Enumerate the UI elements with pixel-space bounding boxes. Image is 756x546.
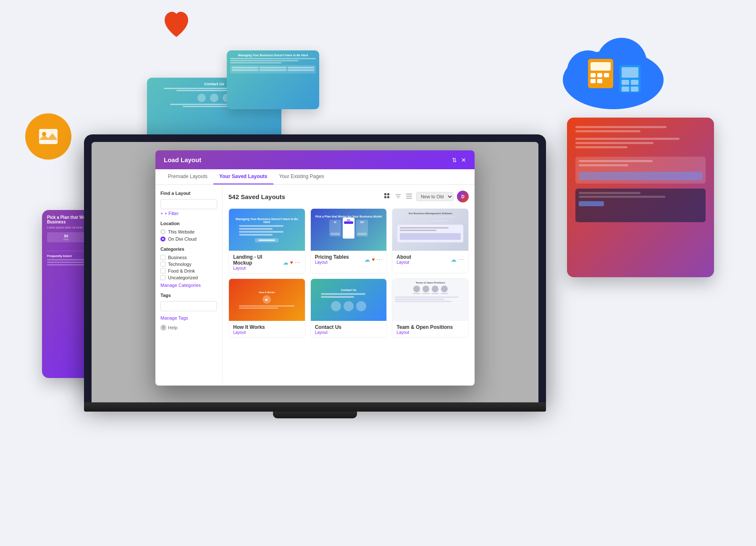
grid-view-button[interactable] xyxy=(383,192,391,201)
layout-card-info-5: Contact Us Layout xyxy=(311,321,387,337)
location-divi-cloud[interactable]: On Divi Cloud xyxy=(160,236,217,242)
manage-categories-link[interactable]: Manage Categories xyxy=(160,283,217,288)
layout-thumb-5: Contact Us xyxy=(311,279,387,321)
modal-content: 542 Saved Layouts xyxy=(223,185,475,383)
close-icon[interactable]: ✕ xyxy=(461,157,466,163)
layout-type-3: Layout xyxy=(396,260,411,265)
layout-card-4[interactable]: How It Works ▶ xyxy=(228,278,305,338)
layout-card-3[interactable]: Our Business Management Software xyxy=(392,208,469,273)
layout-thumb-2: Pick a Plan that Works for Your Business… xyxy=(311,209,387,251)
svg-rect-17 xyxy=(631,87,638,92)
adjust-icon[interactable]: ⇅ xyxy=(452,157,457,163)
tab-existing[interactable]: Your Existing Pages xyxy=(273,169,330,184)
svg-rect-24 xyxy=(406,194,412,194)
layout-thumb-4: How It Works ▶ xyxy=(229,279,305,321)
more-dots-3[interactable]: ⋯ xyxy=(458,256,464,263)
modal-tabs: Premade Layouts Your Saved Layouts Your … xyxy=(155,169,475,185)
user-avatar: D xyxy=(457,191,469,202)
category-uncategorized[interactable]: Uncategorized xyxy=(160,275,217,280)
checkbox-business xyxy=(160,255,165,260)
tags-label: Tags xyxy=(160,293,217,298)
layouts-grid: Managing Your Business Doesn't Have to B… xyxy=(228,208,469,338)
laptop-screen: Load Layout ⇅ ✕ Premade Layouts Your Sav… xyxy=(92,142,538,402)
layout-name-2: Pricing Tables xyxy=(315,254,349,260)
cloud-widget-decoration xyxy=(554,25,672,118)
cloud-icon-2[interactable]: ☁ xyxy=(364,256,370,263)
svg-rect-5 xyxy=(591,62,611,71)
filter-button[interactable]: + + Filter xyxy=(160,211,217,216)
layout-info-text-5: Contact Us Layout xyxy=(315,324,341,335)
card-actions-1: ☁ ♥ ⋯ xyxy=(283,259,301,266)
layout-name-3: About xyxy=(396,254,411,260)
category-uncategorized-label: Uncategorized xyxy=(168,275,198,280)
laptop-stand xyxy=(273,412,357,418)
search-input[interactable] xyxy=(160,199,217,209)
category-food-drink[interactable]: Food & Drink xyxy=(160,268,217,273)
category-technology-label: Technology xyxy=(168,262,192,267)
layout-thumb-3: Our Business Management Software xyxy=(392,209,468,251)
layout-name-4: How It Works xyxy=(233,324,265,330)
category-business-label: Business xyxy=(168,255,187,260)
heart-decoration xyxy=(160,8,193,42)
layout-card-info-3: About Layout ☁ ⋯ xyxy=(392,251,468,267)
layout-card-1[interactable]: Managing Your Business Doesn't Have to B… xyxy=(228,208,305,273)
sort-select[interactable]: New to Old Old to New A-Z Z-A xyxy=(416,192,454,201)
layout-thumb-1: Managing Your Business Doesn't Have to B… xyxy=(229,209,305,251)
layout-card-5[interactable]: Contact Us xyxy=(310,278,387,338)
layout-info-text-6: Team & Open Positions Layout xyxy=(396,324,453,335)
radio-this-website xyxy=(160,229,165,234)
layout-type-1: Layout xyxy=(233,266,283,270)
layout-name-6: Team & Open Positions xyxy=(396,324,453,330)
svg-rect-11 xyxy=(604,79,609,87)
modal-sidebar: Find a Layout + + Filter Location This W… xyxy=(155,185,223,383)
list-view-button[interactable] xyxy=(405,192,413,201)
tab-premade[interactable]: Premade Layouts xyxy=(162,169,213,184)
help-button[interactable]: ? Help xyxy=(160,325,217,331)
modal-header-icons: ⇅ ✕ xyxy=(452,157,466,163)
svg-rect-14 xyxy=(622,80,629,85)
cloud-icon-3[interactable]: ☁ xyxy=(451,256,457,263)
heart-icon-1[interactable]: ♥ xyxy=(290,260,293,265)
find-layout-label: Find a Layout xyxy=(160,191,217,196)
modal-body: Find a Layout + + Filter Location This W… xyxy=(155,185,475,383)
cloud-icon-1[interactable]: ☁ xyxy=(283,259,289,266)
categories-label: Categories xyxy=(160,247,217,252)
checkbox-food-drink xyxy=(160,268,165,273)
laptop-frame: Load Layout ⇅ ✕ Premade Layouts Your Sav… xyxy=(84,134,546,418)
card-actions-2: ☁ ♥ ⋯ xyxy=(364,256,382,263)
category-technology[interactable]: Technology xyxy=(160,262,217,267)
heart-icon-2[interactable]: ♥ xyxy=(372,257,375,262)
svg-rect-25 xyxy=(406,196,412,197)
svg-rect-13 xyxy=(622,67,638,78)
tab-saved[interactable]: Your Saved Layouts xyxy=(213,169,273,184)
layout-info-text-1: Landing - UI Mockup Layout xyxy=(233,254,283,270)
more-dots-1[interactable]: ⋯ xyxy=(295,259,301,266)
more-dots-2[interactable]: ⋯ xyxy=(376,256,382,263)
image-icon-badge xyxy=(25,113,71,160)
layout-type-5: Layout xyxy=(315,330,341,335)
laptop-base xyxy=(84,402,546,412)
svg-rect-23 xyxy=(387,196,389,198)
load-layout-modal: Load Layout ⇅ ✕ Premade Layouts Your Sav… xyxy=(155,150,475,386)
svg-rect-20 xyxy=(384,193,386,195)
svg-rect-15 xyxy=(631,80,638,85)
svg-rect-21 xyxy=(387,193,389,195)
layout-card-info-4: How It Works Layout xyxy=(229,321,305,337)
tags-input[interactable] xyxy=(160,301,217,311)
layout-card-2[interactable]: Pick a Plan that Works for Your Business… xyxy=(310,208,387,273)
category-business[interactable]: Business xyxy=(160,255,217,260)
layout-card-6[interactable]: Teams & Open Positions xyxy=(392,278,469,338)
layout-name-1: Landing - UI Mockup xyxy=(233,254,283,266)
card-actions-3: ☁ ⋯ xyxy=(451,256,464,263)
location-this-website[interactable]: This Website xyxy=(160,229,217,234)
filter-plus-icon: + xyxy=(160,211,163,216)
location-label: Location xyxy=(160,221,217,226)
svg-rect-26 xyxy=(406,198,412,199)
layout-info-text-4: How It Works Layout xyxy=(233,324,265,335)
layout-info-text-2: Pricing Tables Layout xyxy=(315,254,349,265)
svg-rect-6 xyxy=(591,73,596,77)
layout-card-info-1: Landing - UI Mockup Layout ☁ ♥ ⋯ xyxy=(229,251,305,273)
filter-view-button[interactable] xyxy=(394,192,402,201)
layout-info-text-3: About Layout xyxy=(396,254,411,265)
manage-tags-link[interactable]: Manage Tags xyxy=(160,315,217,320)
